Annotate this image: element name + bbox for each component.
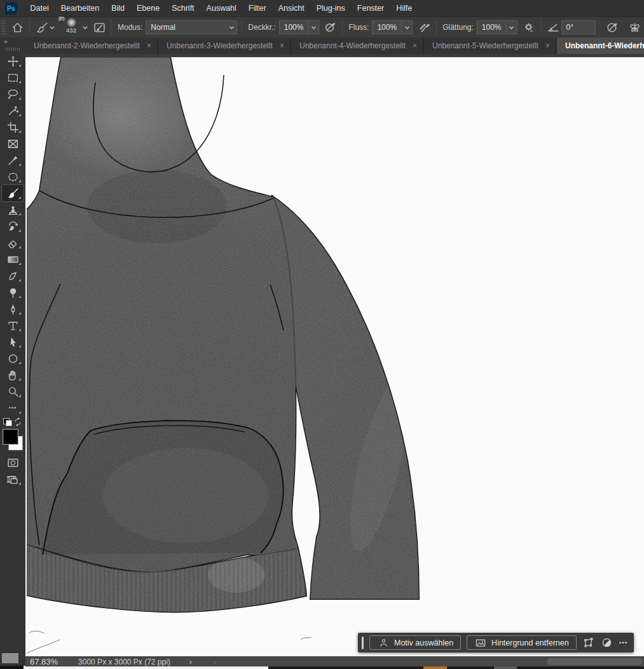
chevron-down-icon[interactable] <box>83 26 88 29</box>
tool-brush[interactable] <box>2 185 24 201</box>
menu-bearbeiten[interactable]: Bearbeiten <box>55 4 105 13</box>
menu-plugins[interactable]: Plug-ins <box>310 4 351 13</box>
horizontal-scrollbar[interactable] <box>547 658 642 665</box>
blend-mode-value: Normal <box>146 23 180 32</box>
adjustments-contrast-icon[interactable] <box>601 637 613 649</box>
tool-spot-healing-brush[interactable] <box>2 168 24 185</box>
close-icon[interactable]: × <box>413 41 417 50</box>
flow-field[interactable]: 100% <box>372 20 413 34</box>
screen-mode-icon[interactable] <box>2 471 24 487</box>
tool-move[interactable] <box>2 53 24 69</box>
brush-badge: 16 <box>58 16 67 23</box>
tab-unbenannt-3[interactable]: Unbenannt-3-Wiederhergestellt × <box>158 37 290 54</box>
person-icon <box>377 637 390 649</box>
tool-type[interactable] <box>2 317 24 334</box>
tool-zoom[interactable] <box>2 383 24 400</box>
tool-clone-stamp[interactable] <box>2 201 24 218</box>
tab-unbenannt-2[interactable]: Unbenannt-2-Wiederhergestellt × <box>25 37 157 54</box>
blend-mode-select[interactable]: Normal <box>146 20 237 34</box>
close-icon[interactable]: × <box>147 41 151 50</box>
menu-bild[interactable]: Bild <box>106 4 131 13</box>
menu-ansicht[interactable]: Ansicht <box>272 4 310 13</box>
brush-angle-icon <box>546 20 561 35</box>
remove-background-button[interactable]: Hintergrund entfernen <box>467 635 577 650</box>
pressure-size-icon[interactable] <box>605 20 620 35</box>
select-subject-button[interactable]: Motiv auswählen <box>369 635 461 650</box>
airbrush-icon[interactable] <box>416 20 432 35</box>
toolbar-expand-icon[interactable]: » <box>0 37 25 46</box>
sketch-marks <box>27 631 312 653</box>
symmetry-butterfly-icon[interactable] <box>627 20 643 35</box>
status-bar: 67.83% 3000 Px x 3000 Px (72 ppi) › ‹ <box>25 656 644 666</box>
brush-angle-field[interactable]: 0° <box>561 20 596 34</box>
tool-hand[interactable] <box>2 367 24 383</box>
select-subject-label: Motiv auswählen <box>394 639 453 647</box>
status-chevron-left-icon[interactable]: ‹ <box>214 658 216 666</box>
quick-mask-icon[interactable] <box>2 454 24 471</box>
tool-frame[interactable] <box>2 135 24 152</box>
toolbar-more-icon[interactable]: ••• <box>2 400 24 416</box>
default-colors-icon[interactable] <box>3 418 12 426</box>
tool-eraser[interactable] <box>2 234 24 251</box>
tab-label: Unbenannt-5-Wiederhergestellt <box>432 41 538 50</box>
tab-unbenannt-6-active[interactable]: Unbenannt-6-Wiederhergestellt <box>557 37 644 54</box>
gear-icon[interactable] <box>521 20 537 35</box>
zoom-level-field[interactable]: 67.83% <box>30 657 58 666</box>
tab-unbenannt-5[interactable]: Unbenannt-5-Wiederhergestellt × <box>424 37 556 54</box>
transform-icon[interactable] <box>582 637 595 649</box>
tool-pen[interactable] <box>2 301 24 317</box>
task-bar-more-icon[interactable]: ••• <box>619 639 628 646</box>
remove-background-label: Hintergrund entfernen <box>491 639 569 647</box>
photoshop-logo: Ps <box>5 3 17 15</box>
canvas-viewport[interactable] <box>25 54 644 656</box>
foreground-color-swatch[interactable] <box>3 429 18 445</box>
tool-crop[interactable] <box>2 119 24 135</box>
menu-filter[interactable]: Filter <box>242 4 272 13</box>
toolbar-grip[interactable] <box>6 48 20 51</box>
status-chevron-right-icon[interactable]: › <box>189 658 192 666</box>
tool-dodge[interactable] <box>2 284 24 301</box>
smoothing-dropdown-button[interactable] <box>506 21 517 34</box>
close-icon[interactable]: × <box>280 41 284 50</box>
tool-object-selection[interactable] <box>2 102 24 119</box>
tab-label: Unbenannt-3-Wiederhergestellt <box>167 41 273 50</box>
menu-schrift[interactable]: Schrift <box>166 4 200 13</box>
close-icon[interactable]: × <box>545 41 550 50</box>
flow-value: 100% <box>373 23 401 32</box>
foreground-background-swatches[interactable] <box>2 429 24 450</box>
brush-settings-panel-icon[interactable] <box>92 20 107 35</box>
tab-unbenannt-4[interactable]: Unbenannt-4-Wiederhergestellt × <box>291 37 423 54</box>
task-bar-grip[interactable] <box>362 637 364 649</box>
tool-lasso[interactable] <box>2 86 24 102</box>
tool-rectangular-marquee[interactable] <box>2 69 24 86</box>
brush-tip-thumbnail <box>67 18 76 27</box>
opacity-dropdown-button[interactable] <box>308 21 319 34</box>
default-colors-swap[interactable] <box>3 416 22 428</box>
brush-preview[interactable]: 16 432 <box>60 18 83 37</box>
tool-ellipse[interactable] <box>2 350 24 367</box>
menu-fenster[interactable]: Fenster <box>351 4 390 13</box>
flow-dropdown-button[interactable] <box>401 21 412 34</box>
tool-history-brush[interactable] <box>2 218 24 234</box>
contextual-task-bar: Motiv auswählen Hintergrund entfernen ••… <box>358 633 634 652</box>
pressure-opacity-icon[interactable] <box>322 20 338 35</box>
tab-label: Unbenannt-2-Wiederhergestellt <box>34 41 140 50</box>
tool-smudge[interactable] <box>2 267 24 284</box>
brush-preset-icon[interactable] <box>34 20 50 35</box>
home-icon[interactable] <box>10 20 25 35</box>
smoothing-field[interactable]: 100% <box>477 20 517 34</box>
menu-auswahl[interactable]: Auswahl <box>200 4 242 13</box>
menu-datei[interactable]: Datei <box>24 4 55 13</box>
opacity-label: Deckkr.: <box>248 23 275 32</box>
tool-options-bar: 16 432 Modus: Normal Deckkr.: 100% Fluss… <box>0 17 644 37</box>
tool-eyedropper[interactable] <box>2 152 24 168</box>
tool-path-selection[interactable] <box>2 334 24 350</box>
tool-gradient[interactable] <box>2 251 24 267</box>
chevron-down-icon[interactable] <box>50 26 55 29</box>
menu-ebene[interactable]: Ebene <box>131 4 166 13</box>
menu-hilfe[interactable]: Hilfe <box>390 4 418 13</box>
options-bar-grip[interactable] <box>1 19 6 36</box>
swap-colors-icon[interactable] <box>13 417 22 426</box>
document-info: 3000 Px x 3000 Px (72 ppi) <box>78 658 170 666</box>
opacity-field[interactable]: 100% <box>279 20 320 34</box>
